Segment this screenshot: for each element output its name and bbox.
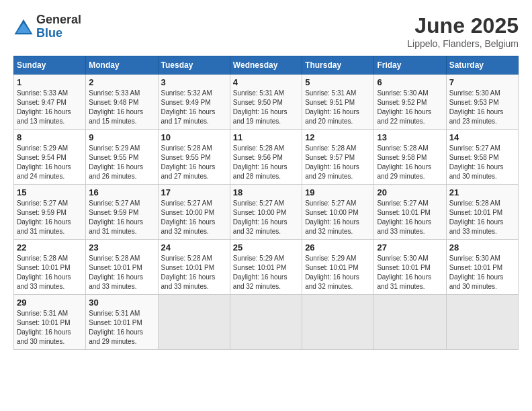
day-info: Sunrise: 5:29 AMSunset: 10:01 PMDaylight… bbox=[233, 254, 299, 291]
calendar-cell: 24Sunrise: 5:28 AMSunset: 10:01 PMDaylig… bbox=[158, 240, 230, 295]
day-number: 5 bbox=[305, 77, 371, 87]
day-number: 30 bbox=[89, 298, 154, 308]
calendar-cell: 2Sunrise: 5:33 AMSunset: 9:48 PMDaylight… bbox=[86, 75, 158, 130]
calendar-week-3: 22Sunrise: 5:28 AMSunset: 10:01 PMDaylig… bbox=[14, 240, 519, 295]
day-number: 20 bbox=[377, 187, 443, 197]
header-sunday: Sunday bbox=[14, 56, 86, 75]
calendar-cell: 6Sunrise: 5:30 AMSunset: 9:52 PMDaylight… bbox=[374, 75, 446, 130]
day-number: 2 bbox=[89, 77, 154, 87]
day-number: 21 bbox=[449, 187, 515, 197]
day-info: Sunrise: 5:30 AMSunset: 10:01 PMDaylight… bbox=[449, 254, 515, 291]
day-number: 4 bbox=[233, 77, 299, 87]
day-info: Sunrise: 5:28 AMSunset: 9:56 PMDaylight:… bbox=[233, 144, 299, 181]
day-info: Sunrise: 5:32 AMSunset: 9:49 PMDaylight:… bbox=[161, 89, 227, 126]
day-number: 12 bbox=[305, 132, 371, 142]
day-info: Sunrise: 5:28 AMSunset: 10:01 PMDaylight… bbox=[89, 254, 154, 291]
day-info: Sunrise: 5:29 AMSunset: 9:55 PMDaylight:… bbox=[89, 144, 154, 181]
day-info: Sunrise: 5:28 AMSunset: 10:01 PMDaylight… bbox=[449, 199, 515, 236]
day-number: 28 bbox=[449, 242, 515, 253]
calendar-cell: 4Sunrise: 5:31 AMSunset: 9:50 PMDaylight… bbox=[230, 75, 302, 130]
calendar-cell bbox=[302, 295, 374, 350]
calendar-cell: 30Sunrise: 5:31 AMSunset: 10:01 PMDaylig… bbox=[86, 295, 158, 350]
calendar-week-0: 1Sunrise: 5:33 AMSunset: 9:47 PMDaylight… bbox=[14, 75, 519, 130]
logo-blue: Blue bbox=[36, 27, 81, 40]
day-info: Sunrise: 5:28 AMSunset: 9:55 PMDaylight:… bbox=[161, 144, 227, 181]
calendar-body: 1Sunrise: 5:33 AMSunset: 9:47 PMDaylight… bbox=[14, 75, 519, 350]
day-number: 27 bbox=[377, 242, 443, 253]
calendar-cell: 25Sunrise: 5:29 AMSunset: 10:01 PMDaylig… bbox=[230, 240, 302, 295]
day-number: 29 bbox=[17, 298, 83, 308]
title-block: June 2025 Lippelo, Flanders, Belgium bbox=[407, 13, 519, 49]
calendar-cell: 15Sunrise: 5:27 AMSunset: 9:59 PMDayligh… bbox=[14, 185, 86, 240]
calendar-cell: 9Sunrise: 5:29 AMSunset: 9:55 PMDaylight… bbox=[86, 130, 158, 185]
day-info: Sunrise: 5:27 AMSunset: 9:59 PMDaylight:… bbox=[89, 199, 154, 236]
calendar-cell: 21Sunrise: 5:28 AMSunset: 10:01 PMDaylig… bbox=[446, 185, 518, 240]
header-friday: Friday bbox=[374, 56, 446, 75]
day-number: 11 bbox=[233, 132, 299, 142]
calendar-week-2: 15Sunrise: 5:27 AMSunset: 9:59 PMDayligh… bbox=[14, 185, 519, 240]
calendar-cell: 17Sunrise: 5:27 AMSunset: 10:00 PMDaylig… bbox=[158, 185, 230, 240]
calendar-cell: 13Sunrise: 5:28 AMSunset: 9:58 PMDayligh… bbox=[374, 130, 446, 185]
calendar-week-4: 29Sunrise: 5:31 AMSunset: 10:01 PMDaylig… bbox=[14, 295, 519, 350]
day-info: Sunrise: 5:31 AMSunset: 9:50 PMDaylight:… bbox=[233, 89, 299, 126]
day-number: 26 bbox=[305, 242, 371, 253]
day-info: Sunrise: 5:31 AMSunset: 9:51 PMDaylight:… bbox=[305, 89, 371, 126]
header-monday: Monday bbox=[86, 56, 158, 75]
day-info: Sunrise: 5:30 AMSunset: 9:52 PMDaylight:… bbox=[377, 89, 443, 126]
calendar-cell: 12Sunrise: 5:28 AMSunset: 9:57 PMDayligh… bbox=[302, 130, 374, 185]
day-info: Sunrise: 5:33 AMSunset: 9:47 PMDaylight:… bbox=[17, 89, 83, 126]
logo-general: General bbox=[36, 13, 81, 27]
calendar-cell: 1Sunrise: 5:33 AMSunset: 9:47 PMDaylight… bbox=[14, 75, 86, 130]
calendar-cell: 27Sunrise: 5:30 AMSunset: 10:01 PMDaylig… bbox=[374, 240, 446, 295]
day-number: 8 bbox=[17, 132, 83, 142]
day-number: 22 bbox=[17, 242, 83, 253]
header-saturday: Saturday bbox=[446, 56, 518, 75]
day-info: Sunrise: 5:30 AMSunset: 10:01 PMDaylight… bbox=[377, 254, 443, 291]
location: Lippelo, Flanders, Belgium bbox=[407, 38, 519, 49]
calendar-cell: 26Sunrise: 5:29 AMSunset: 10:01 PMDaylig… bbox=[302, 240, 374, 295]
logo-icon bbox=[13, 17, 34, 37]
calendar-cell: 16Sunrise: 5:27 AMSunset: 9:59 PMDayligh… bbox=[86, 185, 158, 240]
calendar-cell: 5Sunrise: 5:31 AMSunset: 9:51 PMDaylight… bbox=[302, 75, 374, 130]
calendar-cell: 10Sunrise: 5:28 AMSunset: 9:55 PMDayligh… bbox=[158, 130, 230, 185]
calendar-cell: 22Sunrise: 5:28 AMSunset: 10:01 PMDaylig… bbox=[14, 240, 86, 295]
day-info: Sunrise: 5:31 AMSunset: 10:01 PMDaylight… bbox=[89, 309, 154, 347]
calendar-cell: 14Sunrise: 5:27 AMSunset: 9:58 PMDayligh… bbox=[446, 130, 518, 185]
calendar-cell: 11Sunrise: 5:28 AMSunset: 9:56 PMDayligh… bbox=[230, 130, 302, 185]
day-number: 15 bbox=[17, 187, 83, 197]
day-number: 19 bbox=[305, 187, 371, 197]
day-number: 25 bbox=[233, 242, 299, 253]
calendar-cell: 23Sunrise: 5:28 AMSunset: 10:01 PMDaylig… bbox=[86, 240, 158, 295]
day-info: Sunrise: 5:27 AMSunset: 10:01 PMDaylight… bbox=[377, 199, 443, 236]
calendar-cell: 7Sunrise: 5:30 AMSunset: 9:53 PMDaylight… bbox=[446, 75, 518, 130]
day-number: 13 bbox=[377, 132, 443, 142]
calendar-table: SundayMondayTuesdayWednesdayThursdayFrid… bbox=[13, 56, 519, 350]
day-info: Sunrise: 5:31 AMSunset: 10:01 PMDaylight… bbox=[17, 309, 83, 347]
day-info: Sunrise: 5:28 AMSunset: 9:57 PMDaylight:… bbox=[305, 144, 371, 181]
day-info: Sunrise: 5:28 AMSunset: 10:01 PMDaylight… bbox=[17, 254, 83, 291]
day-number: 1 bbox=[17, 77, 83, 87]
day-number: 14 bbox=[449, 132, 515, 142]
header-wednesday: Wednesday bbox=[230, 56, 302, 75]
calendar-cell: 20Sunrise: 5:27 AMSunset: 10:01 PMDaylig… bbox=[374, 185, 446, 240]
calendar-cell bbox=[446, 295, 518, 350]
day-info: Sunrise: 5:27 AMSunset: 10:00 PMDaylight… bbox=[233, 199, 299, 236]
day-number: 7 bbox=[449, 77, 515, 87]
calendar-cell: 29Sunrise: 5:31 AMSunset: 10:01 PMDaylig… bbox=[14, 295, 86, 350]
page-header: General Blue June 2025 Lippelo, Flanders… bbox=[13, 13, 519, 49]
header-tuesday: Tuesday bbox=[158, 56, 230, 75]
day-info: Sunrise: 5:30 AMSunset: 9:53 PMDaylight:… bbox=[449, 89, 515, 126]
day-number: 16 bbox=[89, 187, 154, 197]
calendar-cell: 19Sunrise: 5:27 AMSunset: 10:00 PMDaylig… bbox=[302, 185, 374, 240]
calendar-cell: 8Sunrise: 5:29 AMSunset: 9:54 PMDaylight… bbox=[14, 130, 86, 185]
day-info: Sunrise: 5:27 AMSunset: 10:00 PMDaylight… bbox=[305, 199, 371, 236]
calendar-header-row: SundayMondayTuesdayWednesdayThursdayFrid… bbox=[14, 56, 519, 75]
calendar-week-1: 8Sunrise: 5:29 AMSunset: 9:54 PMDaylight… bbox=[14, 130, 519, 185]
day-number: 6 bbox=[377, 77, 443, 87]
day-number: 3 bbox=[161, 77, 227, 87]
day-info: Sunrise: 5:28 AMSunset: 9:58 PMDaylight:… bbox=[377, 144, 443, 181]
day-info: Sunrise: 5:28 AMSunset: 10:01 PMDaylight… bbox=[161, 254, 227, 291]
day-info: Sunrise: 5:27 AMSunset: 10:00 PMDaylight… bbox=[161, 199, 227, 236]
calendar-cell bbox=[374, 295, 446, 350]
day-info: Sunrise: 5:33 AMSunset: 9:48 PMDaylight:… bbox=[89, 89, 154, 126]
